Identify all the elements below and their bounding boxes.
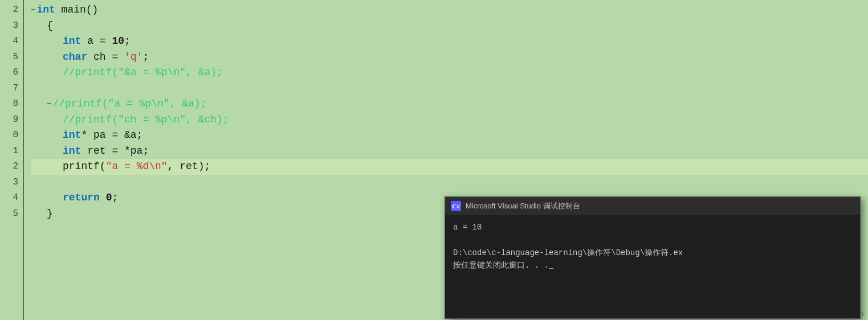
line-num-6: 6 bbox=[2, 65, 18, 81]
semi-4: ; bbox=[124, 34, 131, 50]
printf-call: printf( bbox=[63, 159, 106, 175]
num-10: 10 bbox=[112, 34, 124, 50]
var-ch: ch = bbox=[87, 50, 124, 65]
code-line-12: printf("a = %d\n", ret); bbox=[31, 159, 868, 175]
console-output-3: D:\code\c-language-learning\操作符\Debug\操作… bbox=[453, 247, 852, 259]
console-output-1: a = 10 bbox=[453, 221, 852, 233]
code-line-3: { bbox=[31, 18, 868, 34]
line-num-12: 2 bbox=[2, 159, 18, 175]
code-line-13 bbox=[31, 175, 868, 191]
comment-9: //printf("ch = %p\n", &ch); bbox=[63, 112, 229, 128]
line-num-5: 5 bbox=[2, 50, 18, 65]
function-name-main: main() bbox=[55, 2, 99, 18]
brace-close: } bbox=[47, 206, 53, 222]
line-num-2: 2 bbox=[2, 2, 18, 18]
code-line-9: //printf("ch = %p\n", &ch); bbox=[31, 112, 868, 128]
console-titlebar: C# Microsoft Visual Studio 调试控制台 bbox=[445, 197, 860, 215]
code-line-5: char ch = 'q' ; bbox=[31, 50, 868, 65]
code-line-10: int * pa = &a; bbox=[31, 128, 868, 143]
code-line-7 bbox=[31, 81, 868, 97]
keyword-int-ret: int bbox=[63, 143, 81, 159]
semi-5: ; bbox=[142, 50, 149, 65]
console-body: a = 10 D:\code\c-language-learning\操作符\D… bbox=[445, 215, 860, 278]
editor-area: 2 3 4 5 6 7 8 9 0 1 2 3 4 5 − int main() bbox=[0, 0, 868, 320]
char-literal-q: 'q' bbox=[124, 50, 142, 65]
code-line-4: int a = 10 ; bbox=[31, 34, 868, 50]
line-num-11: 1 bbox=[2, 143, 18, 159]
line-num-4: 4 bbox=[2, 34, 18, 50]
line-num-14: 4 bbox=[2, 190, 18, 206]
line-num-9: 9 bbox=[2, 112, 18, 128]
return-val bbox=[100, 190, 106, 206]
line-num-13: 3 bbox=[2, 175, 18, 191]
line-num-10: 0 bbox=[2, 128, 18, 143]
line-numbers: 2 3 4 5 6 7 8 9 0 1 2 3 4 5 bbox=[0, 0, 24, 320]
code-line-11: int ret = *pa; bbox=[31, 143, 868, 159]
fold-icon-2[interactable]: − bbox=[31, 2, 35, 18]
console-icon: C# bbox=[451, 201, 461, 211]
console-window[interactable]: C# Microsoft Visual Studio 调试控制台 a = 10 … bbox=[445, 196, 861, 319]
comment-8: //printf("a = %p\n", &a); bbox=[52, 96, 206, 112]
console-output-4: 按任意键关闭此窗口. . ._ bbox=[453, 259, 852, 272]
str-literal-12: "a = %d\n" bbox=[106, 159, 168, 175]
printf-args: , ret); bbox=[168, 159, 211, 175]
line-num-3: 3 bbox=[2, 18, 18, 34]
code-line-2: − int main() bbox=[31, 2, 868, 18]
comment-6: //printf("&a = %p\n", &a); bbox=[63, 65, 223, 81]
console-output-2 bbox=[453, 233, 852, 246]
console-title: Microsoft Visual Studio 调试控制台 bbox=[466, 201, 580, 211]
line-num-7: 7 bbox=[2, 81, 18, 97]
var-a: a = bbox=[81, 34, 112, 50]
semi-14: ; bbox=[112, 190, 118, 206]
keyword-int-a: int bbox=[63, 34, 81, 50]
brace-open: { bbox=[47, 18, 53, 34]
line-num-8: 8 bbox=[2, 96, 18, 112]
console-icon-label: C# bbox=[452, 203, 459, 210]
fold-icon-8[interactable]: − bbox=[47, 96, 51, 112]
var-pa: * pa = &a; bbox=[81, 128, 142, 143]
code-line-8: − //printf("a = %p\n", &a); bbox=[31, 96, 868, 112]
keyword-int-pa: int bbox=[63, 128, 81, 143]
keyword-int-main: int bbox=[36, 2, 55, 18]
code-line-6: //printf("&a = %p\n", &a); bbox=[31, 65, 868, 81]
num-0: 0 bbox=[106, 190, 112, 206]
var-ret: ret = *pa; bbox=[81, 143, 149, 159]
line-num-15: 5 bbox=[2, 206, 18, 222]
keyword-return: return bbox=[63, 190, 100, 206]
keyword-char: char bbox=[63, 50, 87, 65]
